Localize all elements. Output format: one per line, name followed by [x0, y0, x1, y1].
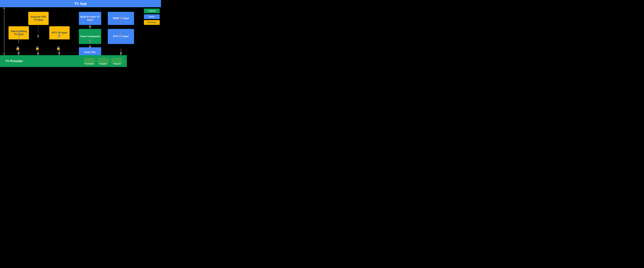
- legend-device: Device: [144, 14, 160, 19]
- programs-db-label: Programs: [99, 63, 107, 65]
- legend-third-party: Third Party: [144, 20, 160, 25]
- database-container: Recordings Programs Channels: [84, 58, 123, 65]
- legend-android: Android: [144, 8, 160, 13]
- hdmi-tv-input-box: HDMI TV Input: [108, 12, 134, 25]
- programs-db: Programs: [97, 58, 109, 65]
- channels-db: Channels: [111, 58, 123, 65]
- recordings-db: Recordings: [84, 58, 95, 65]
- place-shifting-box: Place-shifting TV Input: [8, 26, 29, 40]
- iptv-right-box: IPTV TV Input: [108, 29, 134, 44]
- external-stb-box: External STB TV Input: [28, 12, 49, 25]
- lock-icon-2: 🔒: [35, 46, 40, 50]
- channels-db-top: [111, 58, 123, 60]
- built-in-tuner-box: Built-in-Tuner TV Input: [79, 12, 101, 25]
- lock-icon-3: 🔒: [56, 46, 61, 50]
- recordings-db-top: [84, 58, 95, 60]
- tv-provider-footer: TV Provider Recordings Programs Channels: [0, 55, 127, 67]
- programs-db-top: [97, 58, 109, 60]
- channels-db-label: Channels: [113, 63, 121, 65]
- tv-app-title: TV App: [74, 2, 87, 6]
- tuner-framework-box: Tuner Framework: [79, 29, 101, 44]
- legend: Android Device Third Party: [144, 8, 160, 25]
- recordings-db-label: Recordings: [85, 63, 94, 65]
- left-double-arrow: [4, 7, 4, 55]
- tv-provider-label: TV Provider: [0, 59, 23, 63]
- tv-app-header: TV App: [0, 0, 161, 7]
- lock-icon-1: 🔒: [16, 46, 20, 50]
- iptv-left-box: IPTV TV Input: [49, 26, 70, 40]
